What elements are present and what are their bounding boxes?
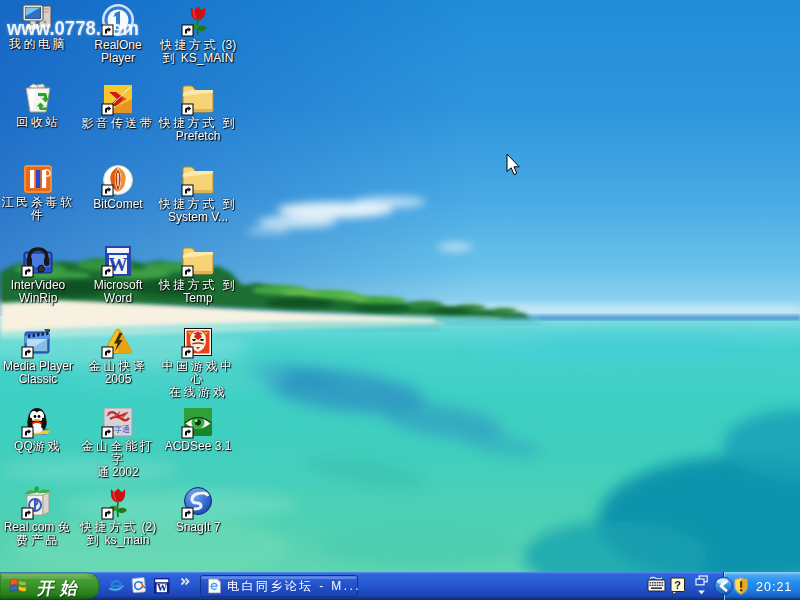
svg-text:20:21: 20:21 [756,580,792,594]
svg-text:打字通: 打字通 [105,424,130,434]
svg-text:电白同乡论坛 - M...: 电白同乡论坛 - M... [227,579,361,593]
svg-text:?: ? [674,579,681,591]
svg-text:W: W [157,582,167,593]
svg-text:W: W [109,254,128,275]
